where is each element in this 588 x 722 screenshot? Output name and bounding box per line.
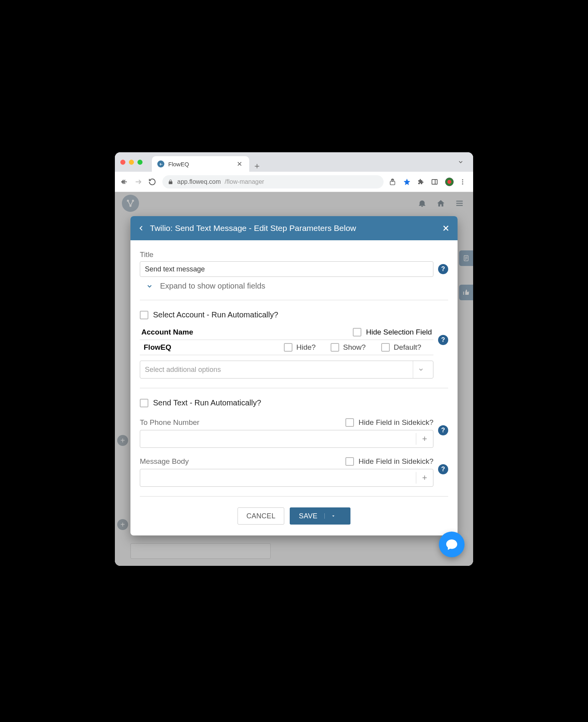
nav-forward-icon [134,178,143,186]
bookmark-star-icon[interactable] [403,178,412,186]
add-variable-icon[interactable]: + [416,433,433,445]
expand-optional-label: Expand to show optional fields [160,282,265,291]
favicon-icon [157,160,164,167]
window-maximize[interactable] [137,160,143,165]
tabs-dropdown-icon[interactable] [454,157,468,167]
svg-rect-4 [432,180,437,184]
svg-point-8 [462,183,463,184]
nav-back-icon[interactable] [120,178,129,186]
body-hide-checkbox[interactable] [345,457,354,466]
body-input[interactable] [140,469,416,486]
extensions-icon[interactable] [417,178,426,185]
additional-options-select[interactable]: Select additional options [140,361,433,379]
modal-close-icon[interactable] [442,224,450,232]
phone-input[interactable] [140,430,416,447]
share-icon[interactable] [389,178,398,185]
send-text-auto-checkbox[interactable] [140,399,148,407]
chat-fab[interactable] [439,532,465,557]
save-dropdown-icon[interactable] [324,513,342,519]
reload-icon[interactable] [148,178,157,186]
browser-window: FlowEQ ✕ ＋ app.floweq.com/flow-manager [115,152,473,566]
account-default-label: Default? [394,343,421,352]
account-row-name: FlowEQ [141,343,280,352]
account-show-checkbox[interactable] [331,343,339,352]
window-minimize[interactable] [129,160,134,165]
expand-optional-toggle[interactable]: Expand to show optional fields [140,277,448,291]
modal-header: Twilio: Send Text Message - Edit Step Pa… [130,216,458,240]
phone-field-label: To Phone Number [140,418,199,427]
body-field-label: Message Body [140,457,189,466]
svg-point-7 [462,181,463,182]
select-placeholder: Select additional options [145,366,221,374]
tab-strip: FlowEQ ✕ ＋ [115,152,473,172]
chevron-down-icon [413,361,428,378]
url-host: app.floweq.com [177,178,221,185]
title-field-label: Title [140,250,448,259]
hide-selection-checkbox[interactable] [353,328,361,336]
phone-hide-checkbox[interactable] [345,418,354,427]
account-name-column: Account Name [141,328,280,336]
body-hide-label: Hide Field in Sidekick? [359,457,433,466]
lock-icon [168,179,173,185]
hide-selection-label: Hide Selection Field [366,328,432,336]
account-hide-label: Hide? [296,343,316,352]
modal-back-icon[interactable] [138,225,144,231]
tab-title: FlowEQ [168,161,231,167]
svg-point-6 [462,179,463,180]
select-account-auto-label: Select Account - Run Automatically? [153,310,278,319]
account-default-checkbox[interactable] [381,343,390,352]
edit-step-modal: Twilio: Send Text Message - Edit Step Pa… [130,216,458,535]
send-text-auto-label: Send Text - Run Automatically? [153,398,261,407]
new-tab-button[interactable]: ＋ [249,160,265,172]
account-hide-checkbox[interactable] [284,343,292,352]
kebab-menu-icon[interactable] [459,178,468,185]
help-icon[interactable]: ? [438,335,448,345]
browser-toolbar: app.floweq.com/flow-manager [115,172,473,192]
select-account-auto-checkbox[interactable] [140,311,148,319]
url-path: /flow-manager [225,178,264,185]
browser-tab[interactable]: FlowEQ ✕ [152,156,249,172]
cancel-button-label: CANCEL [246,512,276,520]
help-icon[interactable]: ? [438,425,448,435]
save-button[interactable]: SAVE [290,507,350,525]
profile-avatar[interactable] [445,178,454,186]
help-icon[interactable]: ? [438,464,448,474]
panel-icon[interactable] [431,178,440,185]
chevron-down-icon [146,283,153,290]
account-show-label: Show? [343,343,366,352]
cancel-button[interactable]: CANCEL [238,507,285,525]
help-icon[interactable]: ? [438,264,448,274]
title-input[interactable] [140,261,433,277]
modal-title: Twilio: Send Text Message - Edit Step Pa… [150,224,437,233]
tab-close-icon[interactable]: ✕ [235,160,244,168]
address-bar[interactable]: app.floweq.com/flow-manager [162,175,384,188]
window-close[interactable] [120,160,125,165]
modal-footer: CANCEL SAVE [140,504,448,534]
save-button-label: SAVE [299,512,324,520]
add-variable-icon[interactable]: + [416,472,433,484]
phone-hide-label: Hide Field in Sidekick? [359,418,433,427]
window-controls [120,160,143,165]
account-row: FlowEQ Hide? Show? Default? [140,340,433,355]
app-viewport: + + Twilio: Send Text Message - Edit Ste… [115,192,473,566]
